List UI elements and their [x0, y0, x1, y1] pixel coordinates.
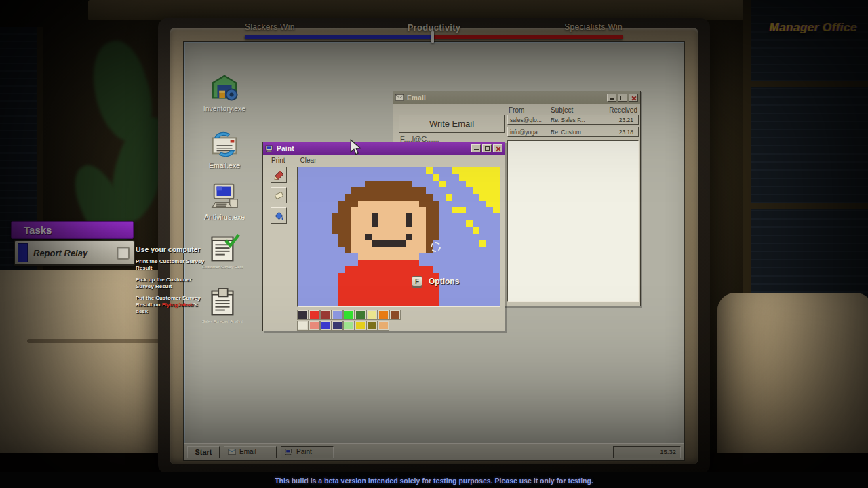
pixel [486, 280, 493, 287]
start-button[interactable]: Start [187, 446, 220, 458]
color-swatch[interactable] [332, 321, 342, 330]
pixel [399, 227, 406, 234]
taskbar: Start Email Paint 15:32 [184, 443, 684, 460]
pixel [452, 201, 459, 207]
pixel [419, 234, 426, 241]
task-row-report-relay[interactable]: Report Relay [14, 240, 135, 266]
color-swatch[interactable] [321, 321, 331, 330]
pixel [358, 260, 365, 267]
color-swatch[interactable] [378, 310, 389, 319]
pixel [392, 187, 399, 194]
color-swatch[interactable] [355, 310, 366, 319]
pixel [318, 214, 325, 220]
pixel [433, 300, 439, 306]
pixel [392, 207, 399, 214]
pixel [473, 194, 479, 201]
pixel [372, 174, 378, 181]
maximize-icon[interactable] [618, 94, 627, 102]
color-swatch[interactable] [355, 321, 366, 330]
menu-clear[interactable]: Clear [300, 157, 317, 164]
color-swatch[interactable] [309, 310, 319, 319]
color-swatch[interactable] [378, 321, 389, 330]
pixel [446, 247, 453, 253]
pixel [338, 273, 345, 280]
pixel [479, 300, 486, 306]
pixel [365, 300, 372, 306]
pixel [332, 194, 338, 201]
pixel [365, 167, 372, 174]
paint-menubar: Print Clear [263, 155, 505, 165]
email-row[interactable]: info@yoga...Re: Custom...23:18 [507, 127, 639, 137]
pixel [446, 253, 453, 260]
pixel [406, 293, 412, 300]
eraser-tool-button[interactable] [271, 187, 287, 203]
taskbar-item-paint[interactable]: Paint [281, 446, 334, 458]
pixel [378, 214, 385, 220]
computer-icon [265, 145, 274, 152]
pixel [378, 266, 385, 273]
pixel [332, 260, 338, 267]
pixel [304, 240, 311, 247]
color-swatch[interactable] [390, 310, 400, 319]
color-swatch[interactable] [298, 310, 308, 319]
pixel [325, 194, 332, 201]
pixel [365, 220, 372, 227]
pixel [378, 260, 385, 267]
pixel [378, 227, 385, 234]
menu-print[interactable]: Print [271, 157, 285, 164]
paint-titlebar[interactable]: Paint [263, 142, 505, 155]
pixel [479, 253, 486, 260]
pixel [473, 273, 479, 280]
message-area[interactable] [507, 140, 639, 302]
pixel [452, 181, 459, 188]
pixel [466, 240, 473, 247]
pencil-tool-button[interactable] [271, 167, 287, 183]
minimize-icon[interactable] [607, 94, 616, 102]
pixel [345, 207, 352, 214]
pixel [365, 273, 372, 280]
color-swatch[interactable] [367, 310, 377, 319]
pixel [332, 174, 338, 181]
pixel [459, 260, 466, 267]
color-swatch[interactable] [344, 310, 354, 319]
color-swatch[interactable] [321, 310, 331, 319]
color-swatch[interactable] [332, 310, 342, 319]
pixel [298, 247, 304, 253]
pixel [304, 214, 311, 220]
color-swatch[interactable] [298, 321, 308, 330]
pixel [372, 167, 378, 174]
close-icon[interactable] [629, 94, 638, 102]
email-row[interactable]: sales@glo...Re: Sales F...23:21 [507, 115, 639, 125]
pixel [351, 247, 358, 253]
pixel [459, 194, 466, 201]
pixel [473, 266, 479, 273]
pixel [479, 187, 486, 194]
taskbar-item-email[interactable]: Email [224, 446, 277, 458]
color-swatch[interactable] [344, 321, 354, 330]
minimize-icon[interactable] [471, 144, 481, 152]
pixel [298, 187, 304, 194]
pixel [466, 167, 473, 174]
pixel [318, 273, 325, 280]
color-swatch[interactable] [309, 321, 319, 330]
pixel [486, 220, 493, 227]
pixel [372, 181, 378, 188]
pixel [304, 280, 311, 287]
pixel [439, 207, 446, 214]
color-swatch[interactable] [367, 321, 377, 330]
pixel [486, 187, 493, 194]
maximize-icon[interactable] [482, 144, 492, 152]
pixel [446, 300, 453, 306]
pixel [304, 300, 311, 306]
task-checkbox[interactable] [117, 247, 130, 260]
pixel [486, 167, 493, 174]
email-subject: Re: Custom... [551, 129, 599, 136]
email-titlebar[interactable]: Email [393, 92, 640, 104]
fill-tool-button[interactable] [271, 207, 287, 224]
write-email-button[interactable]: Write Email [399, 115, 505, 133]
pixel [473, 214, 479, 220]
pixel [385, 287, 392, 293]
paint-canvas[interactable] [297, 167, 500, 307]
pixel [486, 253, 493, 260]
close-icon[interactable] [493, 144, 502, 152]
